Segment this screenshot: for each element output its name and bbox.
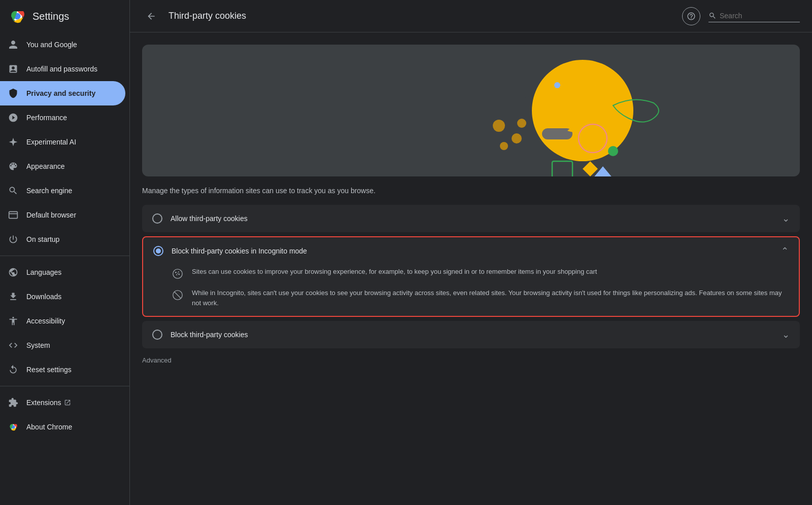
option-block-incognito-details: Sites can use cookies to improve your br… — [143, 265, 799, 316]
svg-point-8 — [493, 120, 505, 132]
nav-label-autofill: Autofill and passwords — [26, 65, 97, 73]
svg-point-12 — [554, 82, 560, 88]
nav-item-you-and-google[interactable]: You and Google — [0, 32, 125, 57]
search-field-icon — [708, 12, 717, 20]
option-block-all: Block third-party cookies ⌄ — [142, 321, 800, 348]
nav-label-search-engine: Search engine — [26, 187, 72, 195]
detail-cookie-text: Sites can use cookies to improve your br… — [192, 267, 597, 277]
about-chrome-icon — [8, 422, 18, 432]
nav-item-languages[interactable]: Languages — [0, 260, 125, 284]
svg-point-16 — [608, 146, 618, 156]
sidebar-title: Settings — [32, 11, 69, 22]
nav-item-accessibility[interactable]: Accessibility — [0, 309, 125, 333]
svg-rect-13 — [542, 128, 572, 139]
browser-icon — [8, 210, 18, 220]
page-title: Third-party cookies — [168, 11, 674, 21]
nav-label-on-startup: On startup — [26, 235, 59, 243]
search-icon — [8, 186, 18, 196]
block-detail-icon — [172, 289, 184, 301]
svg-rect-14 — [552, 161, 572, 176]
option-block-incognito: Block third-party cookies in Incognito m… — [142, 236, 800, 317]
sidebar: Settings You and Google Autofill and pas… — [0, 0, 130, 505]
option-allow-header[interactable]: Allow third-party cookies ⌄ — [142, 205, 800, 232]
nav-label-default-browser: Default browser — [26, 211, 76, 219]
svg-point-22 — [176, 274, 177, 275]
palette-icon — [8, 161, 18, 171]
nav-item-extensions[interactable]: Extensions — [0, 390, 125, 415]
cookie-svg — [142, 45, 800, 176]
option-block-all-label: Block third-party cookies — [171, 331, 774, 339]
sparkle-icon — [8, 137, 18, 147]
nav-item-reset[interactable]: Reset settings — [0, 357, 125, 382]
autofill-icon — [8, 64, 18, 74]
main-content: Third-party cookies — [130, 0, 812, 505]
nav-item-on-startup[interactable]: On startup — [0, 227, 125, 251]
svg-line-26 — [175, 292, 181, 298]
nav-label-performance: Performance — [26, 114, 67, 122]
nav-item-experimental[interactable]: Experimental AI — [0, 130, 125, 154]
shield-icon — [8, 88, 18, 98]
accessibility-icon — [8, 316, 18, 326]
svg-point-23 — [178, 274, 180, 275]
advanced-label: Advanced — [142, 356, 800, 364]
help-button[interactable] — [682, 7, 700, 25]
reset-icon — [8, 365, 18, 375]
radio-allow[interactable] — [152, 213, 162, 224]
nav-item-default-browser[interactable]: Default browser — [0, 203, 125, 227]
option-block-incognito-header[interactable]: Block third-party cookies in Incognito m… — [143, 237, 799, 265]
option-allow: Allow third-party cookies ⌄ — [142, 205, 800, 232]
svg-point-11 — [517, 119, 526, 128]
top-bar: Third-party cookies — [130, 0, 812, 32]
download-icon — [8, 292, 18, 302]
nav-label-privacy: Privacy and security — [26, 89, 95, 97]
svg-marker-17 — [583, 161, 598, 176]
nav-label-about: About Chrome — [26, 423, 72, 431]
nav-label-extensions: Extensions — [26, 399, 61, 407]
option-block-incognito-label: Block third-party cookies in Incognito m… — [172, 247, 773, 255]
content-area: Manage the types of information sites ca… — [130, 32, 812, 505]
extensions-label-group: Extensions — [26, 399, 71, 407]
svg-point-24 — [177, 273, 178, 274]
nav-item-performance[interactable]: Performance — [0, 105, 125, 130]
svg-rect-3 — [9, 211, 18, 218]
nav-label-appearance: Appearance — [26, 162, 65, 170]
detail-block-text: While in Incognito, sites can't use your… — [192, 288, 789, 308]
search-input[interactable] — [720, 12, 791, 20]
manage-text: Manage the types of information sites ca… — [142, 187, 800, 195]
svg-point-20 — [175, 272, 177, 273]
cookie-illustration — [142, 45, 800, 176]
person-icon — [8, 40, 18, 50]
radio-block-incognito[interactable] — [153, 246, 163, 256]
chevron-block-all-icon: ⌄ — [782, 329, 790, 340]
search-field[interactable] — [708, 10, 800, 22]
nav-item-search-engine[interactable]: Search engine — [0, 178, 125, 203]
svg-point-21 — [178, 271, 179, 272]
back-button[interactable] — [142, 7, 160, 25]
top-bar-right — [682, 7, 800, 25]
system-icon — [8, 340, 18, 350]
svg-point-10 — [500, 142, 508, 150]
nav-item-downloads[interactable]: Downloads — [0, 284, 125, 309]
nav-label-downloads: Downloads — [26, 293, 61, 301]
external-link-icon — [64, 399, 71, 406]
nav-divider-1 — [0, 256, 129, 256]
detail-block: While in Incognito, sites can't use your… — [172, 288, 789, 308]
sidebar-header: Settings — [0, 0, 129, 32]
extensions-icon — [8, 398, 18, 408]
detail-cookie: Sites can use cookies to improve your br… — [172, 267, 789, 280]
nav-item-privacy[interactable]: Privacy and security — [0, 81, 125, 105]
nav-item-autofill[interactable]: Autofill and passwords — [0, 57, 125, 81]
option-block-all-header[interactable]: Block third-party cookies ⌄ — [142, 321, 800, 348]
globe-icon — [8, 267, 18, 277]
chrome-logo-icon — [8, 7, 26, 25]
nav-item-about[interactable]: About Chrome — [0, 415, 125, 439]
chevron-allow-icon: ⌄ — [782, 213, 790, 224]
radio-block-all[interactable] — [152, 330, 162, 340]
nav-label-accessibility: Accessibility — [26, 317, 65, 325]
svg-point-9 — [512, 133, 522, 143]
nav-label-system: System — [26, 341, 50, 349]
nav-label-reset: Reset settings — [26, 366, 72, 374]
nav-item-system[interactable]: System — [0, 333, 125, 357]
nav-label-you-and-google: You and Google — [26, 41, 77, 49]
nav-item-appearance[interactable]: Appearance — [0, 154, 125, 178]
